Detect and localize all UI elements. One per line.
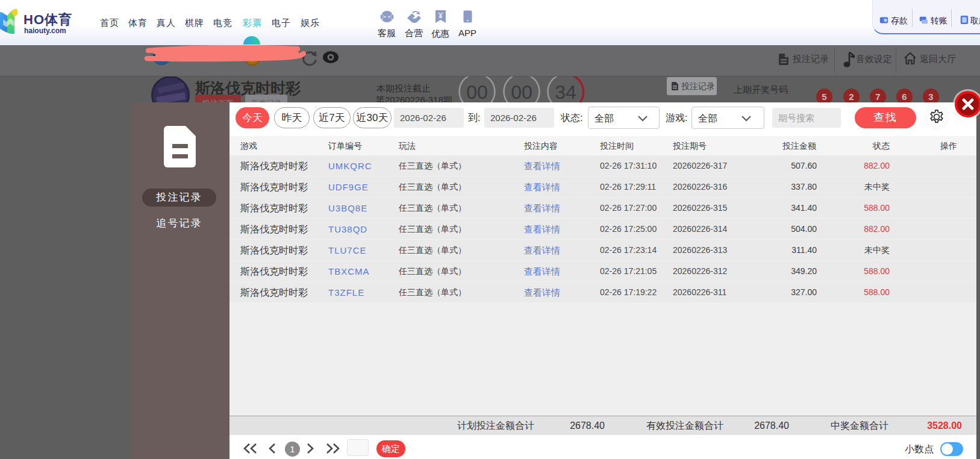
svg-text:00: 00 (511, 81, 532, 103)
svg-text:00: 00 (466, 81, 488, 103)
svg-text:34: 34 (555, 81, 576, 103)
